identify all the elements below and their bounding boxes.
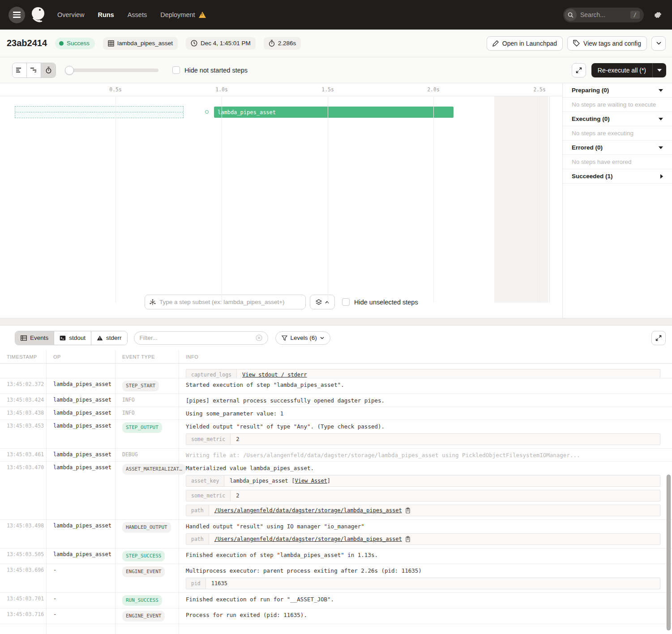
cell-event-type: DEBUG — [116, 449, 179, 461]
reexecute-all-button[interactable]: Re-execute all (*) — [591, 63, 653, 77]
reexecute-options-button[interactable] — [653, 63, 666, 77]
log-row[interactable]: 13:45:03.696-ENGINE_EVENTMultiprocess ex… — [0, 564, 672, 593]
log-row[interactable]: 13:45:03.424lambda_pipes_assetINFO[pipes… — [0, 394, 672, 407]
metadata-key: asset_key — [186, 476, 224, 486]
metadata-entry: captured_logsView stdout / stderr — [186, 369, 660, 378]
hide-not-started-checkbox[interactable] — [172, 66, 180, 74]
view-asset-wrap: [View Asset] — [291, 477, 330, 484]
panel-splitter[interactable] — [0, 318, 672, 326]
search-input[interactable]: Search... / — [563, 8, 644, 22]
nav-link-overview[interactable]: Overview — [57, 11, 84, 18]
run-more-actions-button[interactable] — [651, 36, 666, 51]
nav-link-deployment[interactable]: Deployment — [160, 11, 205, 18]
event-type-badge: RUN_SUCCESS — [122, 595, 162, 606]
expand-gantt-button[interactable] — [572, 63, 586, 77]
sidebar-section-succeeded[interactable]: Succeeded (1) — [563, 169, 672, 184]
hide-unselected-checkbox[interactable] — [342, 298, 350, 306]
log-row[interactable]: 13:45:03.470lambda_pipes_assetASSET_MATE… — [0, 462, 672, 520]
cell-timestamp: 13:45:02.372 — [0, 378, 47, 394]
metadata-value: /Users/alangenfeld/data/dagster/storage/… — [209, 534, 660, 544]
tab-label: stderr — [106, 334, 122, 341]
log-filter-input[interactable]: Filter... — [134, 331, 268, 345]
metadata-link[interactable]: /Users/alangenfeld/data/dagster/storage/… — [214, 507, 402, 514]
cell-timestamp — [0, 364, 47, 378]
step-subset-input[interactable]: Type a step subset (ex: lambda_pipes_ass… — [145, 295, 306, 309]
view-tags-config-button[interactable]: View tags and config — [567, 36, 647, 51]
tab-stderr[interactable]: stderr — [91, 331, 127, 345]
log-row[interactable]: 13:45:03.438lambda_pipes_assetINFOUsing … — [0, 407, 672, 420]
event-type-badge: HANDLED_OUTPUT — [122, 522, 171, 533]
events-panel: Eventsstdoutstderr Filter... Levels (6) … — [0, 326, 672, 634]
event-message: Using some_parameter value: 1 — [186, 409, 668, 417]
open-in-launchpad-button[interactable]: Open in Launchpad — [487, 36, 563, 51]
metadata-entry: asset_keylambda_pipes_asset[View Asset] — [186, 475, 660, 487]
event-message: Multiprocess executor: parent process ex… — [186, 566, 668, 574]
log-row[interactable]: 13:45:03.716-ENGINE_EVENTProcess for run… — [0, 608, 672, 624]
log-row[interactable]: 13:45:03.461lambda_pipes_assetDEBUGWriti… — [0, 449, 672, 462]
log-row[interactable]: 13:45:03.498lambda_pipes_assetHANDLED_OU… — [0, 520, 672, 548]
gantt-zoom-slider[interactable] — [66, 69, 158, 72]
tab-events[interactable]: Events — [15, 331, 54, 345]
metadata-key: path — [186, 505, 209, 516]
section-empty-state: No steps are executing — [563, 126, 672, 141]
slider-handle[interactable] — [65, 66, 74, 75]
status-label: Success — [67, 40, 90, 47]
log-row[interactable]: 13:45:03.701-RUN_SUCCESSFinished executi… — [0, 593, 672, 608]
pencil-icon — [492, 40, 499, 47]
log-row[interactable]: 13:45:03.505lambda_pipes_assetSTEP_SUCCE… — [0, 548, 672, 564]
tag-label: Dec 4, 1:45:01 PM — [201, 40, 251, 47]
axis-gridline — [328, 96, 328, 303]
clear-filter-icon[interactable] — [256, 334, 262, 341]
flat-view-button[interactable] — [13, 63, 27, 77]
chevron-down-icon — [657, 69, 662, 72]
gantt-step-bar[interactable]: lambda_pipes_asset — [214, 107, 454, 118]
copy-icon[interactable] — [406, 536, 411, 542]
events-scrollbar-thumb[interactable] — [667, 475, 671, 630]
metadata-entry: some_metric2 — [186, 433, 660, 445]
sidebar-section-preparing[interactable]: Preparing (0) — [563, 83, 672, 98]
expand-icon — [576, 67, 582, 73]
log-row[interactable]: 13:45:03.453lambda_pipes_assetSTEP_OUTPU… — [0, 420, 672, 449]
axis-gridline — [433, 96, 434, 303]
run-tag-pill[interactable]: Dec 4, 1:45:01 PM — [186, 37, 256, 50]
sidebar-section-executing[interactable]: Executing (0) — [563, 112, 672, 126]
nav-link-assets[interactable]: Assets — [128, 11, 147, 18]
copy-icon[interactable] — [406, 507, 411, 514]
dagster-logo-icon[interactable] — [29, 5, 47, 24]
section-title: Errored (0) — [572, 144, 659, 151]
run-tag-pill[interactable]: lambda_pipes_asset — [103, 37, 178, 50]
apply-subset-button[interactable] — [310, 295, 335, 309]
tab-stdout[interactable]: stdout — [54, 331, 91, 345]
hamburger-menu-button[interactable] — [9, 7, 25, 23]
metadata-link[interactable]: View stdout / stderr — [242, 371, 307, 378]
levels-dropdown[interactable]: Levels (6) — [275, 331, 330, 345]
expand-events-button[interactable] — [651, 331, 666, 345]
metadata-key: path — [186, 534, 209, 544]
timed-view-button[interactable] — [41, 63, 56, 77]
log-row[interactable]: captured_logsView stdout / stderr — [0, 364, 672, 378]
sidebar-section-errored[interactable]: Errored (0) — [563, 141, 672, 155]
nav-link-runs[interactable]: Runs — [98, 11, 114, 18]
run-tag-pill[interactable]: 2.286s — [264, 37, 301, 50]
cell-info: Finished execution of step "lambda_pipes… — [179, 548, 672, 564]
cell-event-type: HANDLED_OUTPUT — [116, 520, 179, 548]
view-asset-link[interactable]: View Asset — [295, 478, 327, 484]
column-header-event-type: EVENT TYPE — [116, 350, 179, 363]
metadata-link[interactable]: /Users/alangenfeld/data/dagster/storage/… — [214, 535, 402, 543]
event-message: Handled output "result" using IO manager… — [186, 522, 668, 530]
chevron-up-icon — [325, 301, 329, 304]
section-title: Preparing (0) — [572, 87, 659, 94]
cell-info: captured_logsView stdout / stderr — [179, 364, 672, 378]
settings-gear-icon[interactable] — [654, 11, 662, 19]
cell-op: lambda_pipes_asset — [47, 520, 116, 548]
waterfall-view-button[interactable] — [27, 63, 41, 77]
log-tabs: Eventsstdoutstderr — [15, 331, 128, 345]
cell-event-type: ASSET_MATERIALIZAT… — [116, 462, 179, 519]
chevron-down-icon — [659, 146, 663, 149]
metadata-value-text: 2 — [236, 492, 239, 499]
gantt-toolbar: Hide not started steps Re-execute all (*… — [0, 57, 672, 83]
warning-icon — [97, 335, 103, 341]
log-row[interactable]: 13:45:02.372lambda_pipes_assetSTEP_START… — [0, 378, 672, 394]
cell-event-type: STEP_OUTPUT — [116, 420, 179, 448]
event-type-badge: STEP_OUTPUT — [122, 422, 162, 433]
